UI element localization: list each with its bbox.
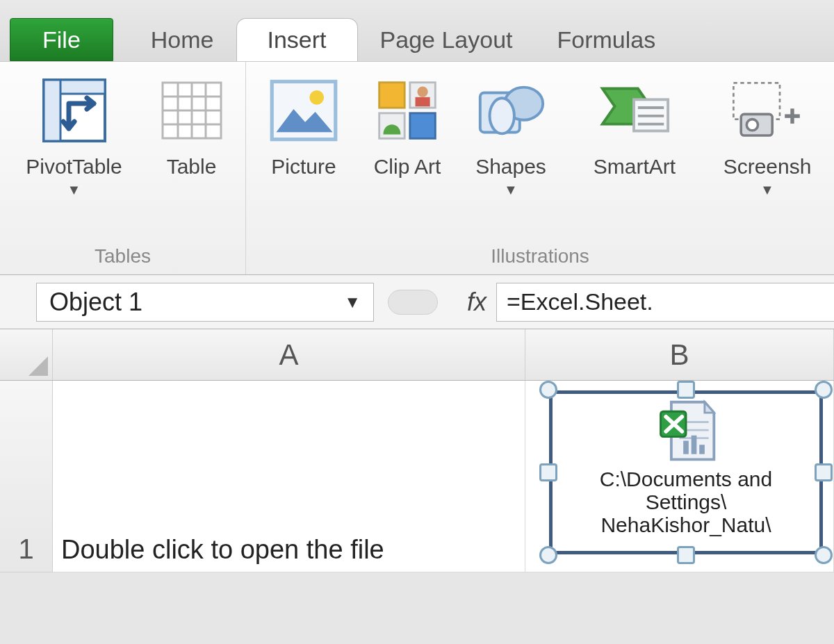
worksheet: A B 1 Double click to open the file (0, 329, 834, 572)
svg-rect-15 (416, 97, 430, 106)
resize-handle-top[interactable] (677, 381, 695, 399)
resize-handle-right[interactable] (815, 463, 833, 481)
clip-art-icon (370, 73, 445, 148)
svg-point-14 (417, 86, 427, 97)
tab-home[interactable]: Home (129, 18, 236, 61)
pivot-table-label: PivotTable (26, 155, 122, 179)
ribbon-group-illustrations: Picture Clip Art (246, 62, 834, 274)
tab-insert[interactable]: Insert (236, 18, 358, 61)
cell-a1[interactable]: Double click to open the file (53, 381, 525, 572)
clip-art-label: Clip Art (374, 155, 441, 179)
picture-label: Picture (271, 155, 336, 179)
cell-a1-value: Double click to open the file (61, 535, 384, 565)
resize-handle-bottom[interactable] (677, 546, 695, 564)
screenshot-label: Screensh (723, 155, 812, 179)
row-headers: 1 (0, 381, 53, 572)
clip-art-button[interactable]: Clip Art (361, 73, 453, 179)
picture-button[interactable]: Picture (252, 73, 356, 179)
chevron-down-icon: ▼ (504, 182, 518, 198)
svg-rect-33 (683, 440, 689, 454)
ribbon-tabs: File Home Insert Page Layout Formulas (0, 0, 834, 61)
shapes-label: Shapes (475, 155, 546, 179)
tab-page-layout[interactable]: Page Layout (358, 18, 535, 61)
picture-icon (266, 73, 341, 148)
smartart-icon (597, 73, 672, 148)
ribbon-group-illustrations-label: Illustrations (491, 240, 589, 270)
resize-handle-bottom-right[interactable] (815, 546, 833, 564)
chevron-down-icon: ▼ (760, 182, 774, 198)
svg-point-11 (309, 90, 324, 105)
shapes-button[interactable]: Shapes ▼ (459, 73, 563, 198)
smartart-label: SmartArt (594, 155, 676, 179)
svg-rect-17 (410, 113, 435, 138)
column-header-a[interactable]: A (53, 329, 525, 380)
resize-handle-bottom-left[interactable] (539, 546, 557, 564)
svg-rect-2 (44, 80, 60, 141)
formula-input[interactable]: =Excel.Sheet. (496, 283, 834, 322)
shapes-icon (473, 73, 548, 148)
table-label: Table (167, 155, 217, 179)
chevron-down-icon[interactable]: ▼ (344, 292, 361, 312)
tab-file[interactable]: File (10, 18, 113, 61)
ribbon-group-tables: PivotTable ▼ Table Tabl (0, 62, 246, 274)
svg-rect-12 (379, 83, 404, 108)
resize-handle-top-left[interactable] (539, 381, 557, 399)
resize-handle-left[interactable] (539, 463, 557, 481)
formula-bar: Object 1 ▼ fx =Excel.Sheet. (0, 275, 834, 329)
name-box[interactable]: Object 1 ▼ (36, 283, 374, 322)
tab-formulas[interactable]: Formulas (534, 18, 678, 61)
column-headers: A B (0, 329, 834, 381)
svg-rect-35 (699, 445, 705, 454)
svg-point-20 (490, 98, 514, 133)
screenshot-icon (730, 73, 805, 148)
ribbon-group-tables-label: Tables (95, 240, 151, 270)
chevron-down-icon: ▼ (67, 182, 81, 198)
screenshot-button[interactable]: Screensh ▼ (706, 73, 828, 198)
column-header-b[interactable]: B (525, 329, 834, 380)
pivot-table-button[interactable]: PivotTable ▼ (8, 73, 140, 198)
fx-label[interactable]: fx (467, 288, 486, 317)
table-button[interactable]: Table (146, 73, 238, 179)
formula-bar-splitter[interactable] (388, 290, 438, 315)
svg-rect-34 (692, 436, 697, 454)
table-icon (154, 73, 229, 148)
ribbon: PivotTable ▼ Table Tabl (0, 61, 834, 275)
embedded-object-frame[interactable]: C:\Documents and Settings\ NehaKishor_Na… (549, 390, 823, 554)
smartart-button[interactable]: SmartArt (569, 73, 701, 179)
pivot-table-icon (37, 73, 112, 148)
svg-point-27 (746, 119, 758, 131)
formula-value: =Excel.Sheet. (507, 288, 653, 315)
name-box-value: Object 1 (49, 288, 142, 317)
svg-rect-29 (790, 108, 794, 124)
embedded-object[interactable]: C:\Documents and Settings\ NehaKishor_Na… (539, 381, 833, 564)
embedded-object-caption: C:\Documents and Settings\ NehaKishor_Na… (553, 468, 819, 536)
excel-file-icon (653, 398, 719, 465)
row-header-1[interactable]: 1 (0, 381, 53, 572)
resize-handle-top-right[interactable] (815, 381, 833, 399)
select-all-triangle[interactable] (0, 329, 53, 380)
